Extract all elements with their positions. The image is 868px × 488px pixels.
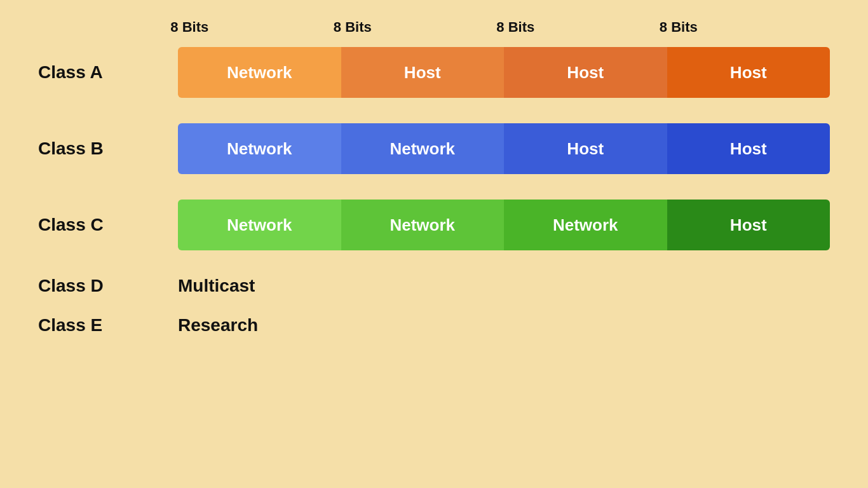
class-c-seg-2: Network	[341, 200, 505, 250]
class-d-text: Multicast	[178, 276, 255, 296]
class-c-label: Class C	[38, 215, 178, 235]
class-d-label: Class D	[38, 276, 178, 296]
class-b-seg-4: Host	[667, 123, 831, 174]
class-b-row: Class B Network Network Host Host	[38, 123, 830, 174]
class-d-row: Class D Multicast	[38, 276, 830, 296]
class-b-bar: Network Network Host Host	[178, 123, 830, 174]
class-c-row: Class C Network Network Network Host	[38, 200, 830, 250]
class-a-seg-3: Host	[504, 47, 667, 98]
bits-label-4: 8 Bits	[597, 19, 761, 36]
class-e-row: Class E Research	[38, 315, 830, 336]
class-a-row: Class A Network Host Host Host	[38, 47, 830, 98]
class-c-seg-1: Network	[178, 200, 341, 250]
class-a-seg-1: Network	[178, 47, 341, 98]
bits-label-2: 8 Bits	[271, 19, 435, 36]
bits-label-1: 8 Bits	[108, 19, 271, 36]
class-a-seg-4: Host	[667, 47, 831, 98]
class-b-label: Class B	[38, 139, 178, 159]
class-c-seg-4: Host	[667, 200, 831, 250]
class-a-label: Class A	[38, 62, 178, 83]
class-b-seg-1: Network	[178, 123, 341, 174]
bits-header: 8 Bits 8 Bits 8 Bits 8 Bits	[108, 19, 760, 36]
bits-label-3: 8 Bits	[434, 19, 597, 36]
class-a-bar: Network Host Host Host	[178, 47, 830, 98]
class-c-bar: Network Network Network Host	[178, 200, 830, 250]
class-b-seg-2: Network	[341, 123, 505, 174]
class-e-text: Research	[178, 315, 258, 336]
class-e-label: Class E	[38, 315, 178, 336]
class-a-seg-2: Host	[341, 47, 505, 98]
class-b-seg-3: Host	[504, 123, 667, 174]
class-c-seg-3: Network	[504, 200, 667, 250]
